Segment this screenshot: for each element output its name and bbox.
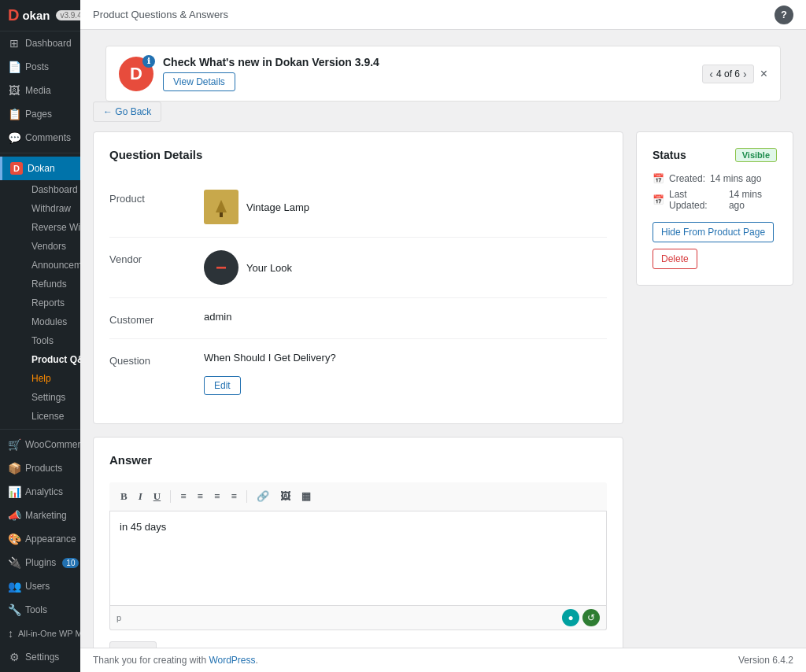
vendor-row: Vendor − Your Look — [109, 238, 607, 298]
sidebar-item-dokan-announcements[interactable]: Announcements — [16, 256, 80, 275]
status-badge: Visible — [735, 148, 777, 162]
product-name: Vintage Lamp — [246, 201, 309, 213]
editor-body[interactable]: in 45 days — [109, 511, 607, 606]
sidebar-item-label: Tools — [25, 604, 47, 615]
product-label: Product — [109, 190, 204, 205]
sidebar-item-dokan-reports[interactable]: Reports — [16, 294, 80, 312]
analytics-icon: 📊 — [8, 486, 20, 498]
save-button[interactable]: Save — [109, 641, 157, 648]
sidebar-item-dokan-reverse[interactable]: Reverse Withdrawal — [16, 218, 80, 237]
product-row: Product Vintage Lamp — [109, 177, 607, 238]
sidebar-item-media[interactable]: 🖼 Media — [0, 79, 80, 102]
sidebar-item-label: Users — [25, 581, 50, 592]
notice-close-button[interactable]: × — [760, 67, 767, 81]
question-value-container: When Should I Get Delivery? Edit — [204, 352, 607, 395]
footer-version: Version 6.4.2 — [738, 655, 793, 666]
sidebar-item-dokan-product-qa[interactable]: Product Q&A 2 — [16, 350, 80, 369]
users-icon: 👥 — [8, 580, 20, 593]
plugins-icon: 🔌 — [8, 556, 20, 569]
status-title: Status — [653, 149, 686, 161]
woocommerce-icon: 🛒 — [8, 438, 20, 451]
sidebar-item-dokan-license[interactable]: License — [16, 407, 80, 426]
sidebar-item-dokan[interactable]: D Dokan — [0, 157, 80, 180]
updated-value: 14 mins ago — [729, 189, 777, 211]
dokan-logo-text: okan — [22, 9, 50, 22]
sidebar-item-settings[interactable]: ⚙ Settings — [0, 645, 80, 669]
sidebar-item-dokan-withdraw[interactable]: Withdraw — [16, 199, 80, 218]
link-button[interactable]: 🔗 — [253, 489, 272, 504]
wordpress-link[interactable]: WordPress — [209, 655, 255, 666]
sidebar-item-analytics[interactable]: 📊 Analytics — [0, 480, 80, 504]
editor-teal-icon[interactable]: ● — [562, 609, 579, 626]
align-left-button[interactable]: ≡ — [177, 489, 189, 504]
align-center-button[interactable]: ≡ — [194, 489, 206, 504]
table-button[interactable]: ▦ — [298, 489, 314, 504]
view-details-button[interactable]: View Details — [163, 72, 235, 91]
editor-green-icon[interactable]: ↺ — [582, 609, 600, 626]
sidebar-item-dokan-dashboard[interactable]: Dashboard — [16, 180, 80, 199]
sidebar-item-plugins[interactable]: 🔌 Plugins 10 — [0, 551, 80, 574]
updated-label: Last Updated: — [669, 189, 724, 211]
sidebar: D okan v3.9.4 ⊞ Dashboard 📄 Posts 🖼 Medi… — [0, 0, 80, 672]
underline-button[interactable]: U — [150, 489, 164, 504]
main-content: Product Questions & Answers ? D ℹ Check … — [80, 0, 806, 672]
sidebar-item-label: Appearance — [25, 534, 76, 545]
sidebar-item-marketing[interactable]: 📣 Marketing — [0, 504, 80, 527]
bold-button[interactable]: B — [117, 489, 131, 504]
editor-toolbar: B I U ≡ ≡ ≡ ≡ 🔗 🖼 ▦ — [109, 482, 607, 511]
align-justify-button[interactable]: ≡ — [227, 489, 239, 504]
italic-button[interactable]: I — [135, 489, 146, 504]
notice-nav: ‹ 4 of 6 › — [702, 65, 753, 83]
edit-button[interactable]: Edit — [204, 376, 241, 395]
notice-next-button[interactable]: › — [743, 68, 747, 80]
sidebar-item-label: WooCommerce — [25, 439, 80, 450]
sidebar-item-dokan-refunds[interactable]: Refunds — [16, 275, 80, 294]
sidebar-item-users[interactable]: 👥 Users — [0, 574, 80, 598]
editor-tag: p — [116, 613, 121, 622]
sidebar-item-label: Pages — [25, 109, 52, 120]
sidebar-item-migration[interactable]: ↕ All-in-One WP Migration — [0, 622, 80, 645]
sidebar-item-posts[interactable]: 📄 Posts — [0, 55, 80, 79]
sidebar-item-tools[interactable]: 🔧 Tools — [0, 598, 80, 622]
notice-prev-button[interactable]: ‹ — [709, 68, 713, 80]
sidebar-item-label: All-in-One WP Migration — [18, 629, 80, 638]
sidebar-item-pages[interactable]: 📋 Pages — [0, 102, 80, 126]
sidebar-item-products[interactable]: 📦 Products — [0, 456, 80, 480]
customer-label: Customer — [109, 311, 204, 326]
vendor-avatar: − — [204, 250, 238, 285]
sidebar-item-dokan-tools[interactable]: Tools — [16, 331, 80, 350]
sidebar-item-dokan-settings[interactable]: Settings — [16, 388, 80, 407]
svg-rect-2 — [220, 212, 223, 217]
sidebar-item-dokan-modules[interactable]: Modules — [16, 312, 80, 331]
sidebar-item-dokan-help[interactable]: Help — [16, 369, 80, 388]
separator-2 — [246, 490, 247, 503]
sidebar-item-comments[interactable]: 💬 Comments — [0, 126, 80, 150]
sidebar-item-woocommerce[interactable]: 🛒 WooCommerce — [0, 433, 80, 456]
sidebar-item-label: Posts — [25, 61, 49, 72]
main-column: Question Details Product — [93, 131, 623, 648]
migration-icon: ↕ — [8, 627, 13, 640]
dokan-label: Dokan — [28, 163, 55, 174]
sidebar-item-dokan-vendors[interactable]: Vendors — [16, 237, 80, 256]
footer: Thank you for creating with WordPress. V… — [80, 648, 806, 672]
vendor-name: Your Look — [246, 262, 292, 274]
delete-button[interactable]: Delete — [653, 249, 697, 269]
product-value: Vintage Lamp — [204, 190, 607, 224]
posts-icon: 📄 — [8, 61, 20, 73]
editor-content: in 45 days — [120, 521, 166, 533]
help-button[interactable]: ? — [775, 6, 793, 24]
editor-footer: p ● ↺ — [109, 606, 607, 630]
sidebar-item-dashboard[interactable]: ⊞ Dashboard — [0, 31, 80, 55]
sidebar-item-appearance[interactable]: 🎨 Appearance — [0, 527, 80, 551]
sidebar-item-label: Marketing — [25, 510, 67, 521]
pages-icon: 📋 — [8, 108, 20, 120]
marketing-icon: 📣 — [8, 509, 20, 522]
align-right-button[interactable]: ≡ — [211, 489, 223, 504]
image-button[interactable]: 🖼 — [277, 489, 294, 504]
status-header: Status Visible — [653, 148, 777, 162]
hide-from-product-page-button[interactable]: Hide From Product Page — [653, 222, 774, 242]
editor-container: B I U ≡ ≡ ≡ ≡ 🔗 🖼 ▦ — [109, 482, 607, 630]
status-actions: Hide From Product Page Delete — [653, 222, 777, 269]
back-button[interactable]: ← Go Back — [93, 102, 161, 122]
customer-value: admin — [204, 311, 607, 323]
